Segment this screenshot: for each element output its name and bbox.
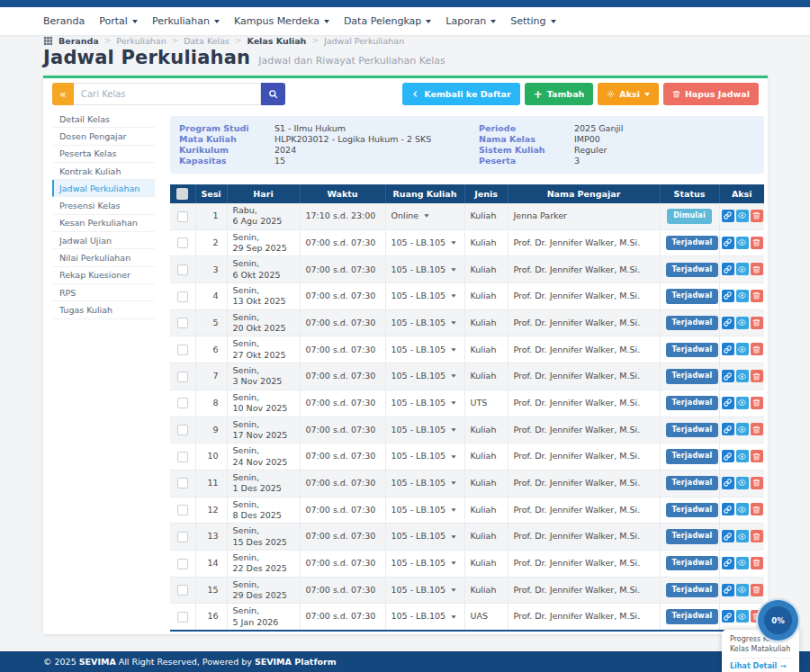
view-action-button[interactable] — [736, 370, 749, 382]
nav-item-kampus-merdeka[interactable]: Kampus Merdeka — [234, 15, 329, 27]
row-checkbox[interactable] — [177, 372, 188, 382]
back-to-list-button[interactable]: Kembali ke Daftar — [402, 83, 519, 105]
view-action-button[interactable] — [736, 557, 749, 569]
ruang-select[interactable]: 105 - LB.105 — [392, 318, 457, 328]
row-checkbox[interactable] — [177, 211, 188, 222]
row-checkbox[interactable] — [177, 237, 188, 248]
breadcrumb-item-jadwal-perkuliahan[interactable]: Jadwal Perkuliahan — [324, 36, 404, 46]
ruang-select[interactable]: 105 - LB.105 — [392, 371, 457, 381]
ruang-select[interactable]: 105 - LB.105 — [392, 345, 457, 355]
view-action-button[interactable] — [736, 397, 749, 409]
row-checkbox[interactable] — [177, 532, 188, 542]
delete-action-button[interactable] — [751, 370, 763, 382]
row-checkbox[interactable] — [177, 264, 188, 275]
sidebar-item-peserta-kelas[interactable]: Peserta Kelas — [52, 146, 155, 163]
ruang-select[interactable]: 105 - LB.105 — [392, 451, 457, 461]
link-action-button[interactable] — [722, 477, 734, 489]
sidebar-item-presensi-kelas[interactable]: Presensi Kelas — [52, 197, 155, 214]
view-action-button[interactable] — [736, 237, 749, 249]
row-checkbox[interactable] — [177, 612, 188, 623]
breadcrumb-item-data-kelas[interactable]: Data Kelas — [184, 36, 230, 46]
ruang-select[interactable]: 105 - LB.105 — [392, 398, 457, 408]
delete-action-button[interactable] — [751, 557, 763, 569]
view-action-button[interactable] — [736, 530, 749, 542]
link-action-button[interactable] — [722, 530, 734, 542]
row-checkbox[interactable] — [177, 398, 188, 408]
sidebar-item-rps[interactable]: RPS — [52, 284, 155, 301]
sidebar-item-kesan-perkuliahan[interactable]: Kesan Perkuliahan — [52, 215, 155, 232]
link-action-button[interactable] — [722, 503, 734, 515]
delete-action-button[interactable] — [751, 290, 763, 302]
nav-item-perkuliahan[interactable]: Perkuliahan — [152, 15, 220, 27]
view-action-button[interactable] — [736, 477, 749, 489]
view-action-button[interactable] — [736, 503, 749, 515]
ruang-select[interactable]: 105 - LB.105 — [392, 558, 457, 569]
nav-item-setting[interactable]: Setting — [510, 15, 555, 27]
link-action-button[interactable] — [722, 343, 734, 355]
delete-action-button[interactable] — [751, 423, 763, 435]
delete-action-button[interactable] — [751, 397, 763, 409]
link-action-button[interactable] — [722, 263, 734, 275]
link-action-button[interactable] — [722, 557, 734, 569]
krs-progress-circle[interactable]: 0% — [758, 600, 798, 641]
link-action-button[interactable] — [722, 450, 734, 462]
krs-detail-link[interactable]: Lihat Detail → — [730, 658, 791, 670]
row-checkbox[interactable] — [177, 318, 188, 328]
breadcrumb-item-kelas-kuliah[interactable]: Kelas Kuliah — [247, 36, 306, 46]
view-action-button[interactable] — [736, 317, 749, 329]
delete-action-button[interactable] — [751, 503, 763, 515]
select-all-header[interactable] — [170, 184, 195, 203]
row-checkbox[interactable] — [177, 559, 188, 569]
delete-action-button[interactable] — [751, 237, 763, 249]
delete-action-button[interactable] — [751, 343, 763, 355]
delete-action-button[interactable] — [751, 450, 763, 462]
link-action-button[interactable] — [722, 610, 734, 623]
view-action-button[interactable] — [736, 210, 749, 222]
view-action-button[interactable] — [736, 263, 749, 275]
ruang-select[interactable]: 105 - LB.105 — [392, 264, 457, 275]
sidebar-item-kontrak-kuliah[interactable]: Kontrak Kuliah — [52, 163, 155, 180]
ruang-select[interactable]: 105 - LB.105 — [392, 505, 457, 515]
ruang-select[interactable]: 105 - LB.105 — [392, 425, 457, 435]
row-checkbox[interactable] — [177, 345, 188, 355]
aksi-dropdown-button[interactable]: Aksi — [598, 83, 659, 105]
nav-item-portal[interactable]: Portal — [99, 15, 138, 27]
sidebar-item-nilai-perkuliahan[interactable]: Nilai Perkuliahan — [52, 249, 155, 266]
link-action-button[interactable] — [722, 397, 734, 409]
view-action-button[interactable] — [736, 423, 749, 435]
link-action-button[interactable] — [722, 370, 734, 382]
ruang-select[interactable]: 105 - LB.105 — [392, 531, 457, 542]
ruang-select[interactable]: 105 - LB.105 — [392, 237, 457, 248]
delete-action-button[interactable] — [751, 584, 763, 596]
sidebar-item-jadwal-perkuliahan[interactable]: Jadwal Perkuliahan — [52, 180, 155, 197]
link-action-button[interactable] — [722, 584, 734, 596]
row-checkbox[interactable] — [177, 478, 188, 488]
row-checkbox[interactable] — [177, 585, 188, 596]
delete-action-button[interactable] — [751, 263, 763, 275]
view-action-button[interactable] — [736, 290, 749, 302]
select-all-checkbox[interactable] — [176, 188, 188, 200]
nav-item-beranda[interactable]: Beranda — [43, 15, 85, 27]
add-button[interactable]: + Tambah — [525, 83, 594, 105]
sidebar-item-tugas-kuliah[interactable]: Tugas Kuliah — [52, 301, 155, 318]
sidebar-item-jadwal-ujian[interactable]: Jadwal Ujian — [52, 232, 155, 249]
ruang-select[interactable]: 105 - LB.105 — [392, 291, 457, 301]
ruang-select[interactable]: Online — [392, 211, 430, 221]
link-action-button[interactable] — [722, 317, 734, 329]
ruang-select[interactable]: 105 - LB.105 — [392, 585, 457, 596]
collapse-sidebar-button[interactable]: « — [52, 83, 74, 105]
row-checkbox[interactable] — [177, 505, 188, 515]
ruang-select[interactable]: 105 - LB.105 — [392, 611, 457, 622]
link-action-button[interactable] — [722, 423, 734, 435]
breadcrumb-item-perkuliahan[interactable]: Perkuliahan — [116, 36, 166, 46]
search-button[interactable] — [261, 83, 285, 105]
ruang-select[interactable]: 105 - LB.105 — [392, 478, 457, 488]
breadcrumb-item-beranda[interactable]: Beranda — [58, 36, 99, 46]
delete-action-button[interactable] — [751, 210, 763, 222]
delete-action-button[interactable] — [751, 530, 763, 542]
delete-action-button[interactable] — [751, 477, 763, 489]
nav-item-laporan[interactable]: Laporan — [446, 15, 496, 27]
delete-action-button[interactable] — [751, 317, 763, 329]
sidebar-item-dosen-pengajar[interactable]: Dosen Pengajar — [52, 128, 155, 145]
search-input[interactable] — [74, 83, 261, 105]
